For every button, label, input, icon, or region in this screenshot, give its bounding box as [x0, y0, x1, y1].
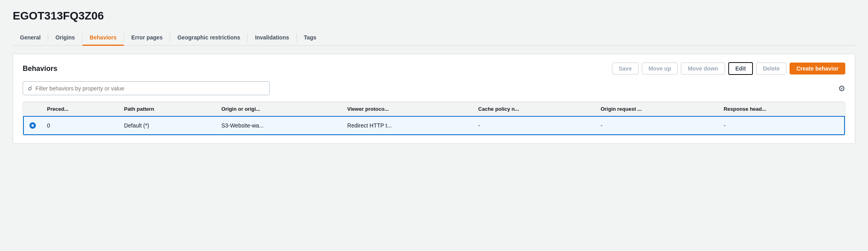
page-wrapper: EGOT313FQ3Z06 General Origins Behaviors …	[0, 0, 868, 153]
row-cache-policy: -	[473, 116, 595, 135]
row-path-pattern: Default (*)	[118, 116, 215, 135]
save-button[interactable]: Save	[612, 63, 639, 75]
search-icon: ☌	[28, 84, 32, 92]
tab-origins[interactable]: Origins	[48, 30, 82, 46]
search-bar: ☌	[23, 81, 270, 95]
tab-error-pages[interactable]: Error pages	[124, 30, 170, 46]
delete-button[interactable]: Delete	[756, 63, 786, 75]
row-select[interactable]	[23, 116, 41, 135]
tab-tags[interactable]: Tags	[297, 30, 324, 46]
tab-geographic-restrictions[interactable]: Geographic restrictions	[170, 30, 247, 46]
col-response-headers: Response head...	[718, 102, 845, 116]
create-behavior-button[interactable]: Create behavior	[790, 63, 845, 75]
behaviors-table: Preced... Path pattern Origin or origi..…	[23, 102, 845, 135]
panel-title: Behaviors	[23, 65, 57, 73]
search-input[interactable]	[35, 85, 264, 92]
col-select	[23, 102, 41, 116]
behaviors-table-wrapper: Preced... Path pattern Origin or origi..…	[23, 102, 845, 135]
move-up-button[interactable]: Move up	[642, 63, 678, 75]
gear-icon[interactable]: ⚙	[838, 84, 845, 93]
tab-general[interactable]: General	[13, 30, 48, 46]
tab-invalidations[interactable]: Invalidations	[248, 30, 296, 46]
panel-header: Behaviors Save Move up Move down Edit De…	[23, 62, 845, 75]
row-viewer-protocol: Redirect HTTP t...	[342, 116, 473, 135]
action-buttons: Save Move up Move down Edit Delete Creat…	[612, 62, 845, 75]
col-origin-request: Origin request ...	[595, 102, 718, 116]
col-cache-policy: Cache policy n...	[473, 102, 595, 116]
row-origin: S3-Website-wa...	[216, 116, 342, 135]
tab-behaviors[interactable]: Behaviors	[82, 30, 124, 46]
col-path-pattern: Path pattern	[118, 102, 215, 116]
row-origin-request: -	[595, 116, 718, 135]
col-origin: Origin or origi...	[216, 102, 342, 116]
edit-button[interactable]: Edit	[728, 62, 753, 75]
col-precedence: Preced...	[41, 102, 118, 116]
col-viewer-protocol: Viewer protoco...	[342, 102, 473, 116]
table-row[interactable]: 0 Default (*) S3-Website-wa... Redirect …	[23, 116, 845, 135]
row-precedence: 0	[41, 116, 118, 135]
tabs-bar: General Origins Behaviors Error pages Ge…	[13, 30, 855, 46]
row-response-headers: -	[718, 116, 845, 135]
behaviors-panel: Behaviors Save Move up Move down Edit De…	[13, 54, 855, 144]
move-down-button[interactable]: Move down	[681, 63, 725, 75]
table-header-row: Preced... Path pattern Origin or origi..…	[23, 102, 845, 116]
radio-button[interactable]	[29, 122, 36, 129]
search-row: ☌ ⚙	[23, 81, 845, 95]
page-title: EGOT313FQ3Z06	[13, 10, 855, 22]
